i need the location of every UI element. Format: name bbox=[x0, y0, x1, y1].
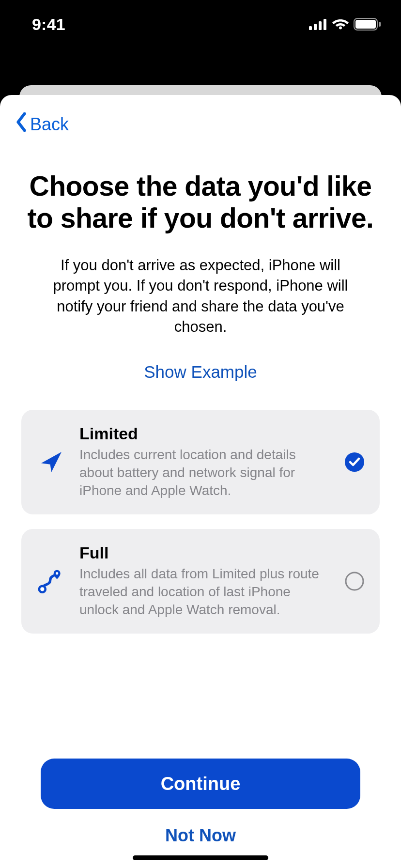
svg-rect-5 bbox=[355, 20, 376, 29]
route-icon bbox=[36, 568, 67, 595]
footer-actions: Continue Not Now bbox=[21, 759, 380, 868]
svg-point-9 bbox=[56, 572, 58, 574]
page-title: Choose the data you'd like to share if y… bbox=[21, 170, 380, 234]
option-title: Limited bbox=[79, 424, 331, 443]
svg-point-10 bbox=[346, 573, 363, 590]
battery-icon bbox=[354, 18, 382, 31]
content-area: Choose the data you'd like to share if y… bbox=[0, 141, 401, 868]
status-indicators bbox=[309, 18, 382, 31]
status-bar: 9:41 bbox=[0, 0, 401, 48]
location-arrow-icon bbox=[36, 449, 67, 476]
option-limited[interactable]: Limited Includes current location and de… bbox=[21, 410, 380, 514]
option-description: Includes current location and details ab… bbox=[79, 446, 331, 500]
option-text: Full Includes all data from Limited plus… bbox=[79, 543, 331, 619]
radio-selected-icon bbox=[344, 451, 365, 473]
status-time: 9:41 bbox=[32, 15, 65, 34]
option-title: Full bbox=[79, 543, 331, 562]
modal-sheet: Back Choose the data you'd like to share… bbox=[0, 95, 401, 868]
back-button[interactable]: Back bbox=[15, 112, 69, 136]
options-list: Limited Includes current location and de… bbox=[21, 410, 380, 634]
option-text: Limited Includes current location and de… bbox=[79, 424, 331, 500]
svg-rect-0 bbox=[309, 26, 312, 30]
show-example-link[interactable]: Show Example bbox=[21, 362, 380, 382]
svg-point-8 bbox=[39, 586, 46, 592]
nav-bar: Back bbox=[0, 95, 401, 141]
cellular-icon bbox=[309, 18, 327, 30]
option-full[interactable]: Full Includes all data from Limited plus… bbox=[21, 529, 380, 634]
option-description: Includes all data from Limited plus rout… bbox=[79, 565, 331, 619]
svg-rect-2 bbox=[319, 21, 322, 30]
not-now-button[interactable]: Not Now bbox=[41, 825, 360, 846]
svg-rect-6 bbox=[379, 22, 381, 27]
chevron-left-icon bbox=[15, 112, 28, 136]
page-subtitle: If you don't arrive as expected, iPhone … bbox=[21, 255, 380, 337]
svg-rect-3 bbox=[324, 19, 326, 30]
radio-unselected-icon bbox=[344, 571, 365, 592]
wifi-icon bbox=[332, 18, 349, 30]
svg-rect-1 bbox=[314, 24, 317, 30]
back-label: Back bbox=[30, 114, 69, 135]
continue-button[interactable]: Continue bbox=[41, 759, 360, 809]
home-indicator[interactable] bbox=[133, 855, 268, 860]
